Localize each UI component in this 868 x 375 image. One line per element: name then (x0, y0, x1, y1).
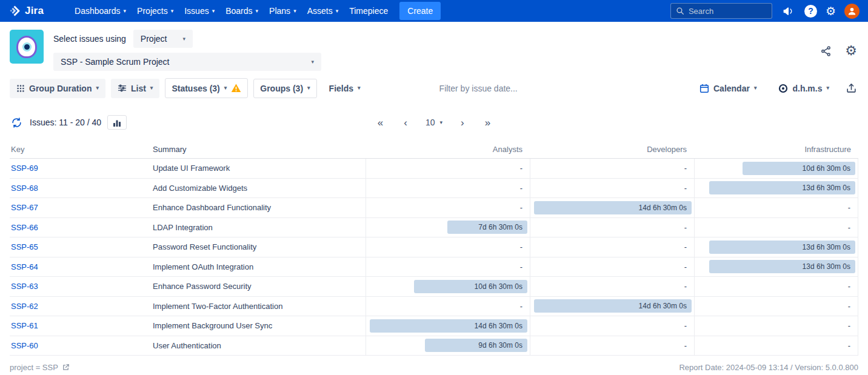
empty-duration: - (848, 341, 850, 350)
empty-duration: - (684, 321, 687, 330)
group-duration-button[interactable]: Group Duration ▾ (10, 79, 105, 98)
calendar-label: Calendar (713, 84, 750, 93)
key-cell: SSP-69 (10, 159, 153, 178)
help-icon[interactable]: ? (804, 5, 817, 18)
jql-filter-text: project = SSP (10, 363, 58, 372)
issue-key-link[interactable]: SSP-68 (11, 184, 38, 193)
duration-cell-analysts: - (366, 159, 530, 178)
groups-filter-button[interactable]: Groups (3) ▾ (253, 79, 316, 98)
jira-logo[interactable]: Jira (8, 5, 44, 17)
search-input[interactable] (689, 7, 767, 16)
duration-cell-infrastructure: 13d 6h 30m 0s (694, 179, 858, 198)
nav-item-issues[interactable]: Issues▾ (179, 1, 220, 21)
nav-item-label: Assets (307, 6, 333, 16)
issues-count-label: Issues: 11 - 20 / 40 (30, 118, 101, 127)
fields-button[interactable]: Fields ▾ (322, 79, 367, 98)
search-icon (676, 7, 684, 15)
duration-cell-developers: - (530, 316, 694, 336)
empty-duration: - (520, 262, 522, 271)
chevron-down-icon: ▾ (224, 85, 227, 91)
nav-item-assets[interactable]: Assets▾ (302, 1, 344, 21)
duration-bar: 14d 6h 30m 0s (534, 201, 692, 214)
duration-cell-developers: - (530, 277, 694, 296)
duration-cell-analysts: - (366, 237, 530, 257)
table-row: SSP-69Update UI Framework--10d 6h 30m 0s (10, 159, 858, 179)
nav-item-projects[interactable]: Projects▾ (132, 1, 179, 21)
duration-bar: 10d 6h 30m 0s (743, 162, 855, 175)
statuses-filter-button[interactable]: Statuses (3) ▾ (165, 78, 248, 98)
issue-key-link[interactable]: SSP-64 (11, 262, 38, 271)
nav-item-plans[interactable]: Plans▾ (264, 1, 302, 21)
issue-source-value: Project (141, 34, 167, 44)
column-header-analysts: Analysts (366, 145, 530, 154)
duration-bar: 14d 6h 30m 0s (370, 319, 527, 333)
duration-label: 14d 6h 30m 0s (475, 322, 522, 330)
refresh-button[interactable] (10, 116, 24, 130)
issue-key-link[interactable]: SSP-66 (11, 223, 38, 232)
project-select[interactable]: SSP - Sample Scrum Project ▾ (53, 53, 321, 71)
grid-icon (16, 84, 25, 93)
issue-key-link[interactable]: SSP-69 (11, 164, 38, 173)
issue-key-link[interactable]: SSP-60 (11, 341, 38, 350)
duration-cell-infrastructure: - (694, 218, 858, 237)
issue-date-filter-input[interactable] (439, 84, 687, 93)
duration-cell-infrastructure: 13d 6h 30m 0s (694, 237, 858, 257)
key-cell: SSP-64 (10, 257, 153, 277)
statuses-label: Statuses (3) (172, 84, 219, 93)
jql-filter-link[interactable]: project = SSP (10, 363, 70, 372)
issue-key-link[interactable]: SSP-65 (11, 242, 38, 251)
report-footer: project = SSP Report Date: 2024-05-09 13… (0, 356, 868, 375)
column-header-summary: Summary (153, 145, 366, 154)
issue-key-link[interactable]: SSP-62 (11, 302, 38, 311)
issue-key-link[interactable]: SSP-67 (11, 203, 38, 212)
duration-cell-developers: - (530, 218, 694, 237)
first-page-button[interactable]: « (375, 116, 386, 129)
next-page-button[interactable]: › (458, 116, 467, 129)
issue-key-link[interactable]: SSP-63 (11, 282, 38, 291)
nav-item-boards[interactable]: Boards▾ (220, 1, 264, 21)
duration-format-label: d.h.m.s (792, 84, 822, 93)
chevron-down-icon: ▾ (440, 120, 443, 125)
announcement-icon[interactable] (781, 4, 796, 19)
nav-item-label: Dashboards (75, 6, 121, 16)
table-row: SSP-63Enhance Password Security10d 6h 30… (10, 277, 858, 297)
column-header-developers: Developers (530, 145, 694, 154)
calendar-button[interactable]: Calendar ▾ (693, 79, 763, 98)
view-list-button[interactable]: List ▾ (111, 79, 159, 98)
chevron-down-icon: ▾ (336, 8, 339, 14)
duration-cell-infrastructure: - (694, 198, 858, 217)
alien-mascot-icon (16, 36, 37, 58)
issue-source-select[interactable]: Project ▾ (133, 30, 193, 48)
empty-duration: - (520, 164, 522, 173)
report-toolbar: Group Duration ▾ List ▾ Statuses (3) ▾ G… (0, 75, 868, 105)
chart-view-button[interactable] (107, 115, 127, 130)
duration-label: 7d 6h 30m 0s (478, 223, 522, 231)
page-size-select[interactable]: 10 ▾ (426, 118, 442, 127)
duration-bar: 9d 6h 30m 0s (425, 339, 527, 352)
duration-format-button[interactable]: d.h.m.s ▾ (772, 79, 836, 98)
group-duration-label: Group Duration (29, 84, 92, 93)
issues-table: Key Summary Analysts Developers Infrastr… (10, 141, 858, 356)
report-settings-button[interactable]: ⚙ (844, 43, 858, 59)
last-page-button[interactable]: » (482, 116, 493, 129)
settings-gear-icon[interactable]: ⚙ (826, 5, 836, 17)
export-button[interactable] (844, 81, 858, 95)
issue-key-link[interactable]: SSP-61 (11, 321, 38, 330)
nav-item-timepiece[interactable]: Timepiece (344, 1, 393, 21)
global-search[interactable] (670, 3, 772, 19)
user-avatar[interactable] (844, 4, 860, 19)
duration-cell-analysts: 9d 6h 30m 0s (366, 336, 530, 356)
issue-summary: Implement Background User Sync (153, 316, 366, 336)
fields-label: Fields (329, 84, 353, 93)
share-button[interactable] (819, 44, 833, 58)
create-button[interactable]: Create (399, 2, 441, 20)
chevron-down-icon: ▾ (96, 85, 99, 91)
nav-item-dashboards[interactable]: Dashboards▾ (69, 1, 132, 21)
top-nav-bar: Jira Dashboards▾Projects▾Issues▾Boards▾P… (0, 0, 868, 22)
prev-page-button[interactable]: ‹ (401, 116, 410, 129)
key-cell: SSP-63 (10, 277, 153, 296)
duration-label: 14d 6h 30m 0s (639, 302, 687, 310)
app-tile-icon (10, 30, 44, 64)
groups-label: Groups (3) (260, 84, 303, 93)
duration-cell-developers: 14d 6h 30m 0s (530, 297, 694, 316)
